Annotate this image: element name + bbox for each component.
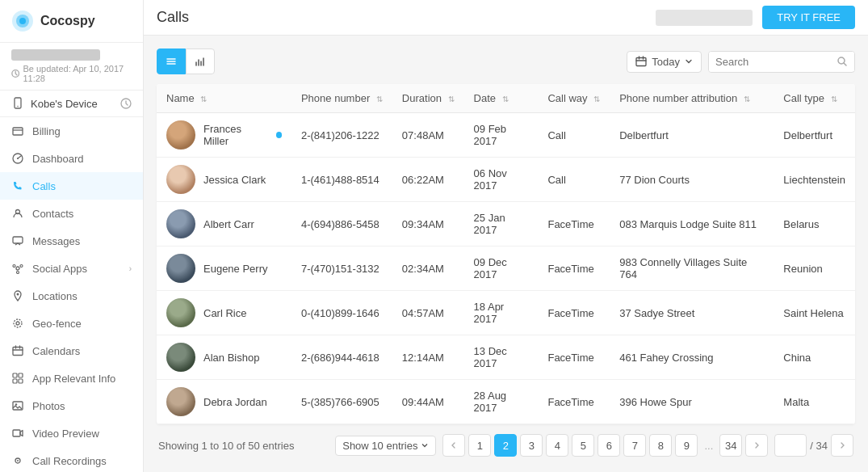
page-jump-input[interactable] xyxy=(774,434,807,457)
col-attribution[interactable]: Phone number attribution ⇅ xyxy=(610,84,774,113)
table-row: Carl Rice0-(410)899-164604:57AM18 Apr 20… xyxy=(157,291,855,335)
page-7-button[interactable]: 7 xyxy=(623,434,646,457)
sort-icon-name: ⇅ xyxy=(200,95,207,103)
sidebar-label-geo-fence: Geo-fence xyxy=(32,318,82,330)
cell-call-type: Malta xyxy=(774,380,855,424)
sidebar-item-billing[interactable]: Billing xyxy=(0,117,143,145)
page-1-button[interactable]: 1 xyxy=(468,434,491,457)
svg-rect-11 xyxy=(13,237,23,243)
recording-icon xyxy=(11,454,24,467)
page-8-button[interactable]: 8 xyxy=(649,434,672,457)
sidebar-item-social-apps[interactable]: Social Apps › xyxy=(0,255,143,282)
table-row: Alan Bishop2-(686)944-461812:14AM13 Dec … xyxy=(157,335,855,380)
next-icon xyxy=(753,441,761,449)
page-4-button[interactable]: 4 xyxy=(546,434,568,457)
page-2-button[interactable]: 2 xyxy=(494,434,517,457)
avatar xyxy=(166,254,195,283)
sidebar-item-geo-fence[interactable]: Geo-fence xyxy=(0,310,143,337)
clock-icon xyxy=(120,98,132,109)
cell-attribution: 461 Fahey Crossing xyxy=(610,335,774,380)
page-ellipsis: ... xyxy=(701,440,716,452)
page-go-button[interactable] xyxy=(831,434,853,457)
svg-point-25 xyxy=(15,403,17,405)
page-prev-button[interactable] xyxy=(442,434,465,457)
show-entries-select[interactable]: Show 10 entries xyxy=(335,436,436,456)
sidebar-item-contacts[interactable]: Contacts xyxy=(0,200,143,227)
sidebar-item-app-relevant[interactable]: App Relevant Info xyxy=(0,365,143,392)
sidebar-item-video-preview[interactable]: Video Preview xyxy=(0,419,143,447)
sidebar-label-calendars: Calendars xyxy=(32,345,80,357)
calls-tbody: Frances Miller2-(841)206-122207:48AM09 F… xyxy=(157,113,855,424)
sidebar-item-calls[interactable]: Calls xyxy=(0,172,143,200)
page-input-group: / 34 xyxy=(774,434,853,457)
sidebar-item-messages[interactable]: Messages xyxy=(0,227,143,255)
device-row[interactable]: Kobe's Device xyxy=(0,91,143,117)
search-input[interactable] xyxy=(709,52,830,72)
page-3-button[interactable]: 3 xyxy=(520,434,543,457)
page-9-button[interactable]: 9 xyxy=(675,434,698,457)
cell-date: 18 Apr 2017 xyxy=(464,291,539,335)
col-phone[interactable]: Phone number ⇅ xyxy=(291,84,392,113)
sidebar-item-locations[interactable]: Locations xyxy=(0,282,143,310)
sort-icon-date: ⇅ xyxy=(502,95,509,103)
cell-phone: 2-(841)206-1222 xyxy=(291,113,392,158)
cell-attribution: 37 Sadye Street xyxy=(610,291,774,335)
video-icon xyxy=(11,427,24,440)
chart-view-button[interactable] xyxy=(186,48,215,74)
cell-name: Frances Miller xyxy=(157,113,291,158)
cell-call-type: China xyxy=(774,335,855,380)
col-call-type[interactable]: Call type ⇅ xyxy=(774,84,855,113)
sidebar-item-photos[interactable]: Photos xyxy=(0,392,143,419)
page-5-button[interactable]: 5 xyxy=(572,434,594,457)
cell-call-way: FaceTime xyxy=(538,380,610,424)
cell-call-type: Saint Helena xyxy=(774,291,855,335)
cell-phone: 0-(410)899-1646 xyxy=(291,291,392,335)
date-filter[interactable]: Today xyxy=(627,51,702,73)
svg-point-13 xyxy=(13,265,15,268)
cell-attribution: 983 Connelly Villages Suite 764 xyxy=(610,247,774,291)
page-34-button[interactable]: 34 xyxy=(719,434,742,457)
list-view-button[interactable] xyxy=(157,48,186,74)
refresh-icon xyxy=(11,69,19,78)
prev-icon xyxy=(450,441,458,449)
sidebar-label-video-preview: Video Preview xyxy=(32,428,99,440)
view-toggle xyxy=(157,48,215,74)
cell-duration: 06:22AM xyxy=(392,158,464,202)
svg-rect-21 xyxy=(19,373,23,377)
sidebar-item-calendars[interactable]: Calendars xyxy=(0,337,143,365)
svg-point-12 xyxy=(16,267,19,270)
col-call-way[interactable]: Call way ⇅ xyxy=(538,84,610,113)
main-content: Calls TRY IT FREE Today xyxy=(144,0,868,472)
page-6-button[interactable]: 6 xyxy=(598,434,620,457)
new-badge xyxy=(276,132,282,138)
sidebar-item-call-recordings[interactable]: Call Recordings xyxy=(0,447,143,472)
calendar-filter-icon xyxy=(635,56,647,67)
avatar xyxy=(166,209,195,238)
cell-duration: 12:14AM xyxy=(392,335,464,380)
cell-attribution: 083 Marquis Lodge Suite 811 xyxy=(610,202,774,247)
col-name[interactable]: Name ⇅ xyxy=(157,84,291,113)
toolbar-right: Today xyxy=(627,51,855,73)
page-title: Calls xyxy=(157,9,189,26)
cell-name: Albert Carr xyxy=(157,202,291,247)
search-box xyxy=(708,51,855,73)
svg-rect-26 xyxy=(13,430,20,436)
svg-point-28 xyxy=(17,460,19,461)
svg-point-17 xyxy=(14,319,22,327)
avatar xyxy=(166,298,195,327)
device-blurred xyxy=(11,49,100,61)
sidebar-item-dashboard[interactable]: Dashboard xyxy=(0,145,143,172)
try-it-free-button[interactable]: TRY IT FREE xyxy=(762,6,855,29)
page-next-button[interactable] xyxy=(745,434,768,457)
cell-phone: 7-(470)151-3132 xyxy=(291,247,392,291)
col-duration[interactable]: Duration ⇅ xyxy=(392,84,464,113)
col-date[interactable]: Date ⇅ xyxy=(464,84,539,113)
table-header-row: Name ⇅ Phone number ⇅ Duration ⇅ Date ⇅ … xyxy=(157,84,855,113)
cell-duration: 07:48AM xyxy=(392,113,464,158)
search-button[interactable] xyxy=(830,52,854,71)
cell-name: Carl Rice xyxy=(157,291,291,335)
sidebar-nav: Billing Dashboard Calls Contacts xyxy=(0,117,143,472)
contacts-icon xyxy=(11,207,24,220)
cell-name: Jessica Clark xyxy=(157,158,291,202)
cell-call-way: FaceTime xyxy=(538,247,610,291)
